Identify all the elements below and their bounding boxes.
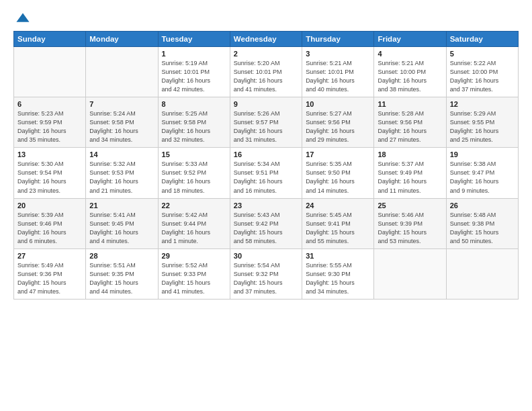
day-info: Sunrise: 5:33 AM Sunset: 9:52 PM Dayligh… [162, 160, 226, 195]
day-number: 7 [89, 100, 154, 108]
calendar-cell: 18Sunrise: 5:37 AM Sunset: 9:49 PM Dayli… [374, 148, 446, 198]
day-number: 9 [234, 100, 298, 108]
day-info: Sunrise: 5:42 AM Sunset: 9:44 PM Dayligh… [162, 211, 226, 246]
day-number: 8 [162, 100, 226, 108]
day-number: 14 [89, 150, 154, 158]
calendar-cell: 2Sunrise: 5:20 AM Sunset: 10:01 PM Dayli… [230, 47, 302, 97]
day-number: 1 [162, 50, 226, 58]
day-number: 29 [162, 252, 226, 260]
logo [13, 12, 30, 27]
day-info: Sunrise: 5:32 AM Sunset: 9:53 PM Dayligh… [89, 160, 154, 195]
logo-icon [15, 12, 30, 27]
day-number: 12 [450, 100, 515, 108]
calendar-cell: 11Sunrise: 5:28 AM Sunset: 9:56 PM Dayli… [374, 97, 446, 148]
calendar-header-friday: Friday [374, 32, 446, 47]
calendar-cell: 13Sunrise: 5:30 AM Sunset: 9:54 PM Dayli… [14, 148, 86, 198]
calendar-cell [14, 47, 86, 97]
day-info: Sunrise: 5:43 AM Sunset: 9:42 PM Dayligh… [234, 211, 298, 246]
day-info: Sunrise: 5:37 AM Sunset: 9:49 PM Dayligh… [378, 160, 442, 195]
day-number: 3 [306, 50, 370, 58]
calendar-cell: 25Sunrise: 5:46 AM Sunset: 9:39 PM Dayli… [374, 198, 446, 248]
calendar-week-row: 1Sunrise: 5:19 AM Sunset: 10:01 PM Dayli… [14, 47, 519, 97]
calendar-cell: 27Sunrise: 5:49 AM Sunset: 9:36 PM Dayli… [14, 248, 86, 299]
day-info: Sunrise: 5:49 AM Sunset: 9:36 PM Dayligh… [17, 261, 82, 296]
day-number: 10 [306, 100, 370, 108]
calendar-header-saturday: Saturday [446, 32, 518, 47]
day-info: Sunrise: 5:54 AM Sunset: 9:32 PM Dayligh… [234, 261, 298, 296]
day-number: 22 [162, 201, 226, 210]
day-number: 27 [17, 252, 82, 260]
day-number: 19 [450, 150, 515, 158]
calendar-cell: 30Sunrise: 5:54 AM Sunset: 9:32 PM Dayli… [230, 248, 302, 299]
calendar-cell: 26Sunrise: 5:48 AM Sunset: 9:38 PM Dayli… [446, 198, 518, 248]
calendar-cell: 8Sunrise: 5:25 AM Sunset: 9:58 PM Daylig… [158, 97, 230, 148]
day-number: 16 [234, 150, 298, 158]
calendar-cell: 5Sunrise: 5:22 AM Sunset: 10:00 PM Dayli… [446, 47, 518, 97]
calendar-cell: 31Sunrise: 5:55 AM Sunset: 9:30 PM Dayli… [302, 248, 374, 299]
calendar-cell: 20Sunrise: 5:39 AM Sunset: 9:46 PM Dayli… [14, 198, 86, 248]
day-info: Sunrise: 5:30 AM Sunset: 9:54 PM Dayligh… [17, 160, 82, 195]
day-info: Sunrise: 5:20 AM Sunset: 10:01 PM Daylig… [234, 59, 298, 94]
day-number: 21 [89, 201, 154, 210]
day-info: Sunrise: 5:24 AM Sunset: 9:58 PM Dayligh… [89, 109, 154, 144]
day-info: Sunrise: 5:46 AM Sunset: 9:39 PM Dayligh… [378, 211, 442, 246]
calendar-header-thursday: Thursday [302, 32, 374, 47]
calendar-cell: 9Sunrise: 5:26 AM Sunset: 9:57 PM Daylig… [230, 97, 302, 148]
day-number: 26 [450, 201, 515, 210]
calendar-header-sunday: Sunday [14, 32, 86, 47]
day-number: 30 [234, 252, 298, 260]
day-info: Sunrise: 5:19 AM Sunset: 10:01 PM Daylig… [162, 59, 226, 94]
calendar-cell [86, 47, 158, 97]
calendar-week-row: 20Sunrise: 5:39 AM Sunset: 9:46 PM Dayli… [14, 198, 519, 248]
calendar-cell: 23Sunrise: 5:43 AM Sunset: 9:42 PM Dayli… [230, 198, 302, 248]
day-info: Sunrise: 5:23 AM Sunset: 9:59 PM Dayligh… [17, 109, 82, 144]
day-info: Sunrise: 5:41 AM Sunset: 9:45 PM Dayligh… [89, 211, 154, 246]
calendar-header-wednesday: Wednesday [230, 32, 302, 47]
calendar-week-row: 27Sunrise: 5:49 AM Sunset: 9:36 PM Dayli… [14, 248, 519, 299]
day-number: 11 [378, 100, 442, 108]
day-info: Sunrise: 5:21 AM Sunset: 10:01 PM Daylig… [306, 59, 370, 94]
day-info: Sunrise: 5:34 AM Sunset: 9:51 PM Dayligh… [234, 160, 298, 195]
day-number: 4 [378, 50, 442, 58]
day-info: Sunrise: 5:28 AM Sunset: 9:56 PM Dayligh… [378, 109, 442, 144]
calendar-cell: 24Sunrise: 5:45 AM Sunset: 9:41 PM Dayli… [302, 198, 374, 248]
svg-marker-0 [16, 13, 29, 21]
calendar-week-row: 13Sunrise: 5:30 AM Sunset: 9:54 PM Dayli… [14, 148, 519, 198]
calendar-header-tuesday: Tuesday [158, 32, 230, 47]
calendar-cell: 6Sunrise: 5:23 AM Sunset: 9:59 PM Daylig… [14, 97, 86, 148]
calendar-header-monday: Monday [86, 32, 158, 47]
day-info: Sunrise: 5:27 AM Sunset: 9:56 PM Dayligh… [306, 109, 370, 144]
day-info: Sunrise: 5:45 AM Sunset: 9:41 PM Dayligh… [306, 211, 370, 246]
calendar-cell: 1Sunrise: 5:19 AM Sunset: 10:01 PM Dayli… [158, 47, 230, 97]
day-info: Sunrise: 5:22 AM Sunset: 10:00 PM Daylig… [450, 59, 515, 94]
calendar-week-row: 6Sunrise: 5:23 AM Sunset: 9:59 PM Daylig… [14, 97, 519, 148]
day-number: 6 [17, 100, 82, 108]
day-number: 5 [450, 50, 515, 58]
day-number: 18 [378, 150, 442, 158]
calendar-cell: 22Sunrise: 5:42 AM Sunset: 9:44 PM Dayli… [158, 198, 230, 248]
day-number: 25 [378, 201, 442, 210]
day-info: Sunrise: 5:55 AM Sunset: 9:30 PM Dayligh… [306, 261, 370, 296]
calendar-cell: 4Sunrise: 5:21 AM Sunset: 10:00 PM Dayli… [374, 47, 446, 97]
day-info: Sunrise: 5:48 AM Sunset: 9:38 PM Dayligh… [450, 211, 515, 246]
day-info: Sunrise: 5:52 AM Sunset: 9:33 PM Dayligh… [162, 261, 226, 296]
day-info: Sunrise: 5:25 AM Sunset: 9:58 PM Dayligh… [162, 109, 226, 144]
calendar-cell: 7Sunrise: 5:24 AM Sunset: 9:58 PM Daylig… [86, 97, 158, 148]
day-number: 13 [17, 150, 82, 158]
calendar-cell: 19Sunrise: 5:38 AM Sunset: 9:47 PM Dayli… [446, 148, 518, 198]
day-number: 2 [234, 50, 298, 58]
calendar-cell: 28Sunrise: 5:51 AM Sunset: 9:35 PM Dayli… [86, 248, 158, 299]
calendar-cell [374, 248, 446, 299]
calendar-cell: 17Sunrise: 5:35 AM Sunset: 9:50 PM Dayli… [302, 148, 374, 198]
day-info: Sunrise: 5:35 AM Sunset: 9:50 PM Dayligh… [306, 160, 370, 195]
calendar-cell: 12Sunrise: 5:29 AM Sunset: 9:55 PM Dayli… [446, 97, 518, 148]
day-info: Sunrise: 5:38 AM Sunset: 9:47 PM Dayligh… [450, 160, 515, 195]
day-number: 15 [162, 150, 226, 158]
calendar-cell: 21Sunrise: 5:41 AM Sunset: 9:45 PM Dayli… [86, 198, 158, 248]
calendar-header-row: SundayMondayTuesdayWednesdayThursdayFrid… [14, 32, 519, 47]
calendar-cell: 16Sunrise: 5:34 AM Sunset: 9:51 PM Dayli… [230, 148, 302, 198]
day-info: Sunrise: 5:29 AM Sunset: 9:55 PM Dayligh… [450, 109, 515, 144]
calendar-cell: 15Sunrise: 5:33 AM Sunset: 9:52 PM Dayli… [158, 148, 230, 198]
day-info: Sunrise: 5:51 AM Sunset: 9:35 PM Dayligh… [89, 261, 154, 296]
day-info: Sunrise: 5:39 AM Sunset: 9:46 PM Dayligh… [17, 211, 82, 246]
